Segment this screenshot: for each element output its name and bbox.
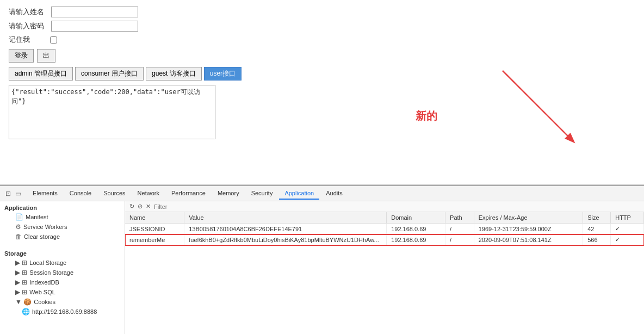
- col-value: Value: [184, 212, 387, 224]
- logout-button[interactable]: 出: [37, 49, 55, 63]
- sidebar-service-workers-label: Service Workers: [23, 224, 67, 230]
- devtools-sidebar: Application 📄 Manifest ⚙ Service Workers…: [0, 201, 125, 334]
- table-header: Name Value Domain Path Expires / Max-Age…: [125, 212, 644, 224]
- sidebar-application-label: Application: [4, 205, 37, 211]
- cell-http: ✓: [611, 234, 644, 245]
- red-arrow: [492, 65, 600, 163]
- sidebar-session-storage[interactable]: ▶ ⊞ Session Storage: [0, 268, 125, 277]
- col-name: Name: [125, 212, 184, 224]
- col-domain: Domain: [387, 212, 445, 224]
- tab-application[interactable]: Application: [279, 188, 319, 200]
- cell-size: 42: [583, 224, 611, 234]
- cell-http: ✓: [611, 224, 644, 234]
- indexeddb-icon: ▶ ⊞: [15, 279, 27, 286]
- tab-console[interactable]: Console: [64, 188, 97, 200]
- web-sql-icon: ▶ ⊞: [15, 288, 27, 296]
- sidebar-storage[interactable]: Storage: [0, 249, 125, 258]
- cookies-table: Name Value Domain Path Expires / Max-Age…: [125, 212, 644, 245]
- sidebar-indexeddb[interactable]: ▶ ⊞ IndexedDB: [0, 277, 125, 287]
- username-row: 请输入姓名: [9, 7, 635, 17]
- col-path: Path: [445, 212, 474, 224]
- svg-line-0: [503, 71, 573, 141]
- sidebar-local-storage[interactable]: ▶ ⊞ Local Storage: [0, 258, 125, 268]
- cell-size: 566: [583, 234, 611, 245]
- table-row[interactable]: rememberMe fuef6khB0+gZdRffkb0MbuLiDoy0h…: [125, 234, 644, 245]
- tab-audits[interactable]: Audits: [320, 188, 348, 200]
- sidebar-cookies-label: Cookies: [34, 299, 55, 305]
- inspect-icon[interactable]: ⊡: [4, 190, 12, 197]
- password-label: 请输入密码: [9, 21, 48, 31]
- username-input[interactable]: [51, 7, 138, 17]
- refresh-icon[interactable]: ↻: [129, 203, 134, 210]
- http-check: ✓: [615, 236, 620, 243]
- block-icon[interactable]: ⊘: [138, 203, 143, 210]
- tab-sources[interactable]: Sources: [98, 188, 131, 200]
- devtools-tabbar: ⊡ ▭ Elements Console Sources Network Per…: [0, 186, 644, 201]
- cookies-url-icon: 🌐: [22, 308, 30, 316]
- web-content: 请输入姓名 请输入密码 记住我 登录 出 admin 管理员接口 consume…: [0, 0, 644, 185]
- cell-name: rememberMe: [125, 234, 184, 245]
- cell-domain: 192.168.0.69: [387, 234, 445, 245]
- cell-value: fuef6khB0+gZdRffkb0MbuLiDoy0hisBiKAy81bp…: [184, 234, 387, 245]
- http-check: ✓: [615, 225, 620, 232]
- password-row: 请输入密码: [9, 21, 635, 32]
- auth-buttons: 登录 出: [9, 49, 635, 63]
- new-annotation: 新的: [416, 109, 437, 123]
- admin-api-button[interactable]: admin 管理员接口: [9, 67, 73, 81]
- cookies-table-container: Name Value Domain Path Expires / Max-Age…: [125, 212, 644, 334]
- cell-name: JSESSIONID: [125, 224, 184, 234]
- mobile-icon[interactable]: ▭: [14, 190, 22, 197]
- table-body: JSESSIONID 13B00581760104A8C6BF26DEFE14E…: [125, 224, 644, 245]
- sidebar-cookies-group[interactable]: ▼ 🍪 Cookies: [0, 297, 125, 307]
- local-storage-icon: ▶ ⊞: [15, 259, 27, 267]
- tab-network[interactable]: Network: [132, 188, 165, 200]
- filter-bar: ↻ ⊘ ✕: [125, 201, 644, 212]
- remember-label: 记住我: [9, 35, 48, 45]
- sidebar-divider-1: [0, 243, 125, 248]
- cookies-panel: ↻ ⊘ ✕ Name Value Domain Path Expires / M…: [125, 201, 644, 334]
- sidebar-manifest[interactable]: 📄 Manifest: [0, 212, 125, 222]
- devtools-body: Application 📄 Manifest ⚙ Service Workers…: [0, 201, 644, 334]
- sidebar-local-storage-label: Local Storage: [29, 259, 66, 266]
- session-storage-icon: ▶ ⊞: [15, 269, 27, 276]
- tab-memory[interactable]: Memory: [212, 188, 245, 200]
- response-textarea[interactable]: [9, 85, 215, 139]
- devtools-icons: ⊡ ▭: [4, 190, 22, 197]
- consumer-api-button[interactable]: consumer 用户接口: [75, 67, 144, 81]
- tab-elements[interactable]: Elements: [27, 188, 63, 200]
- cell-domain: 192.168.0.69: [387, 224, 445, 234]
- tab-performance[interactable]: Performance: [166, 188, 211, 200]
- sidebar-indexeddb-label: IndexedDB: [29, 279, 59, 286]
- remember-checkbox[interactable]: [50, 36, 57, 44]
- cell-expires: 1969-12-31T23:59:59.000Z: [474, 224, 583, 234]
- remember-row: 记住我: [9, 35, 635, 45]
- sidebar-storage-label: Storage: [4, 250, 27, 257]
- sidebar-web-sql-label: Web SQL: [29, 289, 55, 295]
- user-api-button[interactable]: user接口: [204, 67, 242, 81]
- col-size: Size: [583, 212, 611, 224]
- manifest-icon: 📄: [15, 213, 23, 221]
- table-row[interactable]: JSESSIONID 13B00581760104A8C6BF26DEFE14E…: [125, 224, 644, 234]
- tab-security[interactable]: Security: [246, 188, 278, 200]
- col-http: HTTP: [611, 212, 644, 224]
- sidebar-web-sql[interactable]: ▶ ⊞ Web SQL: [0, 287, 125, 297]
- sidebar-session-storage-label: Session Storage: [29, 269, 73, 276]
- filter-input[interactable]: [154, 203, 640, 210]
- login-button[interactable]: 登录: [9, 49, 34, 63]
- guest-api-button[interactable]: guest 访客接口: [146, 67, 202, 81]
- devtools-panel: ⊡ ▭ Elements Console Sources Network Per…: [0, 185, 644, 334]
- password-input[interactable]: [51, 21, 138, 32]
- service-workers-icon: ⚙: [15, 223, 21, 231]
- sidebar-application[interactable]: Application: [0, 203, 125, 212]
- clear-icon[interactable]: ✕: [146, 203, 151, 210]
- sidebar-service-workers[interactable]: ⚙ Service Workers: [0, 222, 125, 232]
- cookies-group-icon: ▼ 🍪: [15, 298, 32, 306]
- clear-storage-icon: 🗑: [15, 233, 22, 240]
- sidebar-clear-storage-label: Clear storage: [24, 233, 60, 240]
- sidebar-cookies-url[interactable]: 🌐 http://192.168.0.69:8888: [0, 307, 125, 317]
- col-expires: Expires / Max-Age: [474, 212, 583, 224]
- sidebar-clear-storage[interactable]: 🗑 Clear storage: [0, 232, 125, 242]
- cell-path: /: [445, 234, 474, 245]
- username-label: 请输入姓名: [9, 7, 48, 17]
- sidebar-manifest-label: Manifest: [26, 214, 48, 220]
